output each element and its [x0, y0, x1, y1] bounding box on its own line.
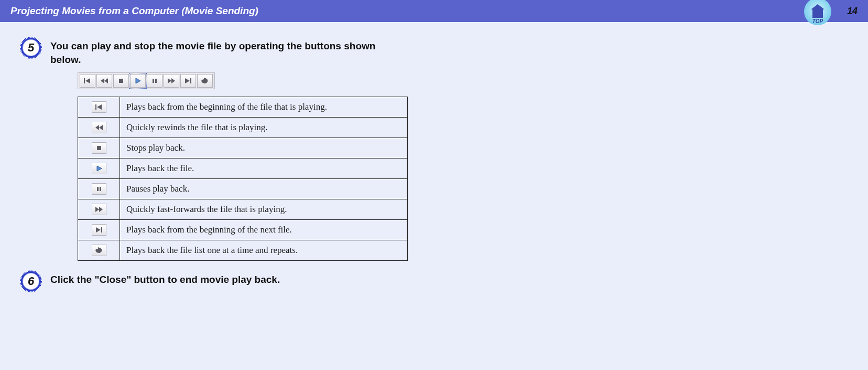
icon-cell: [78, 97, 120, 118]
step-6: 6 Click the "Close" button to end movie …: [21, 271, 409, 291]
step-5: 5 You can play and stop the movie file b…: [21, 38, 409, 66]
description-cell: Quickly rewinds the file that is playing…: [120, 118, 408, 138]
rewind-sample-button: [92, 122, 106, 133]
svg-rect-0: [84, 78, 85, 83]
rewind-icon: [95, 124, 103, 131]
step-text: Click the "Close" button to end movie pl…: [50, 271, 280, 287]
svg-marker-3: [104, 78, 108, 83]
icon-cell: [78, 158, 120, 179]
svg-rect-4: [119, 79, 123, 83]
description-cell: Stops play back.: [120, 138, 408, 158]
pause-button[interactable]: [147, 74, 162, 88]
step-number-badge: 6: [21, 271, 41, 291]
svg-rect-17: [97, 146, 101, 150]
svg-marker-1: [85, 78, 90, 83]
skip-forward-button[interactable]: [180, 74, 196, 88]
icon-cell: [78, 138, 120, 158]
stop-sample-button: [92, 142, 106, 154]
svg-marker-16: [99, 125, 103, 130]
playback-toolbar: [78, 72, 215, 89]
table-row: Plays back the file list one at a time a…: [78, 240, 408, 261]
svg-marker-23: [96, 227, 101, 232]
pause-icon: [150, 78, 159, 84]
content-area: 5 You can play and stop the movie file b…: [0, 22, 430, 306]
play-sample-button: [92, 163, 106, 174]
svg-marker-2: [101, 78, 104, 83]
icon-cell: [78, 118, 120, 138]
rewind-icon: [100, 78, 108, 84]
skip-back-sample-button: [92, 101, 106, 113]
page-header: Projecting Movies from a Computer (Movie…: [0, 0, 868, 22]
skip-back-button[interactable]: [80, 74, 95, 88]
svg-marker-18: [97, 166, 102, 171]
svg-marker-8: [168, 78, 171, 83]
description-cell: Pauses play back.: [120, 179, 408, 199]
repeat-sample-button: [92, 245, 106, 256]
repeat-icon: [201, 78, 209, 84]
table-row: Quickly fast-forwards the file that is p…: [78, 199, 408, 220]
icon-cell: [78, 220, 120, 240]
fast-forward-icon: [95, 206, 103, 213]
fast-forward-sample-button: [92, 204, 106, 215]
svg-rect-24: [101, 227, 102, 232]
skip-back-icon: [95, 104, 103, 110]
repeat-button[interactable]: [197, 74, 213, 88]
play-icon: [95, 165, 103, 172]
description-cell: Quickly fast-forwards the file that is p…: [120, 199, 408, 220]
table-row: Stops play back.: [78, 138, 408, 158]
svg-rect-7: [155, 79, 157, 83]
table-row: Plays back from the beginning of the fil…: [78, 97, 408, 118]
svg-marker-14: [97, 104, 102, 110]
icon-cell: [78, 179, 120, 199]
pause-sample-button: [92, 183, 106, 195]
step-text: You can play and stop the movie file by …: [50, 38, 409, 66]
play-button[interactable]: [130, 74, 146, 88]
svg-marker-5: [136, 78, 140, 83]
svg-rect-6: [153, 79, 154, 83]
svg-rect-20: [100, 187, 101, 191]
svg-marker-21: [95, 207, 99, 212]
table-row: Plays back the file.: [78, 158, 408, 179]
svg-marker-15: [95, 125, 99, 130]
top-label: TOP: [812, 18, 823, 24]
table-row: Pauses play back.: [78, 179, 408, 199]
repeat-icon: [95, 247, 103, 253]
skip-back-icon: [83, 78, 92, 84]
stop-icon: [117, 78, 125, 84]
icon-cell: [78, 240, 120, 261]
stop-icon: [95, 145, 103, 151]
description-cell: Plays back the file.: [120, 158, 408, 179]
play-icon: [134, 78, 142, 84]
skip-forward-sample-button: [92, 224, 106, 236]
skip-forward-icon: [184, 78, 192, 84]
icon-cell: [78, 199, 120, 220]
table-row: Plays back from the beginning of the nex…: [78, 220, 408, 240]
top-button[interactable]: TOP: [804, 0, 831, 25]
svg-rect-19: [97, 187, 99, 191]
pause-icon: [95, 186, 103, 192]
description-cell: Plays back the file list one at a time a…: [120, 240, 408, 261]
button-description-table: Plays back from the beginning of the fil…: [78, 97, 408, 261]
description-cell: Plays back from the beginning of the nex…: [120, 220, 408, 240]
table-row: Quickly rewinds the file that is playing…: [78, 118, 408, 138]
svg-rect-11: [190, 78, 191, 83]
header-title: Projecting Movies from a Computer (Movie…: [10, 5, 258, 17]
svg-rect-13: [95, 104, 96, 110]
description-cell: Plays back from the beginning of the fil…: [120, 97, 408, 118]
rewind-button[interactable]: [96, 74, 112, 88]
step-number-badge: 5: [21, 38, 41, 58]
svg-marker-22: [99, 207, 103, 212]
svg-marker-9: [171, 78, 175, 83]
svg-marker-10: [185, 78, 190, 83]
fast-forward-button[interactable]: [164, 74, 179, 88]
page-number: 14: [847, 6, 858, 17]
skip-forward-icon: [95, 227, 103, 233]
home-icon: [812, 9, 823, 18]
stop-button[interactable]: [113, 74, 129, 88]
fast-forward-icon: [167, 78, 176, 84]
